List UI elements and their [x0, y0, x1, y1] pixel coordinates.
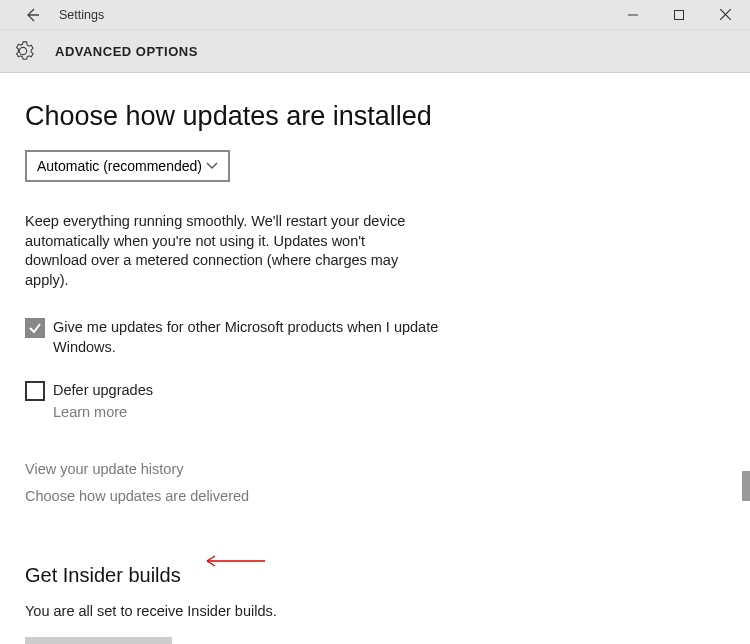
close-icon [720, 9, 731, 20]
delivery-link[interactable]: Choose how updates are delivered [25, 488, 750, 504]
learn-more-link[interactable]: Learn more [53, 404, 153, 420]
defer-upgrades-row: Defer upgrades Learn more [25, 381, 445, 431]
main-heading: Choose how updates are installed [25, 101, 750, 132]
chevron-down-icon [206, 162, 218, 170]
update-mode-dropdown[interactable]: Automatic (recommended) [25, 150, 230, 182]
titlebar: Settings [0, 0, 750, 30]
maximize-button[interactable] [656, 1, 702, 29]
insider-heading: Get Insider builds [25, 564, 750, 587]
page-header: ADVANCED OPTIONS [0, 30, 750, 73]
update-history-link[interactable]: View your update history [25, 461, 750, 477]
ms-products-checkbox[interactable] [25, 318, 45, 338]
ms-products-row: Give me updates for other Microsoft prod… [25, 318, 445, 357]
dropdown-value: Automatic (recommended) [37, 158, 202, 174]
scrollbar-thumb[interactable] [742, 471, 750, 501]
window-title: Settings [59, 8, 610, 22]
insider-status: You are all set to receive Insider build… [25, 603, 750, 619]
defer-upgrades-label: Defer upgrades [53, 381, 153, 401]
svg-rect-0 [675, 10, 684, 19]
window-controls [610, 1, 748, 29]
ms-products-label: Give me updates for other Microsoft prod… [53, 318, 445, 357]
maximize-icon [674, 10, 684, 20]
minimize-button[interactable] [610, 1, 656, 29]
content-area: Choose how updates are installed Automat… [0, 73, 750, 644]
checkmark-icon [28, 321, 42, 335]
back-icon [24, 7, 40, 23]
defer-upgrades-checkbox[interactable] [25, 381, 45, 401]
close-button[interactable] [702, 1, 748, 29]
back-button[interactable] [18, 1, 46, 29]
page-title: ADVANCED OPTIONS [55, 44, 198, 59]
gear-icon [12, 40, 34, 62]
update-description: Keep everything running smoothly. We'll … [25, 212, 420, 290]
stop-insider-button[interactable]: Stop Insider builds [25, 637, 172, 644]
minimize-icon [628, 10, 638, 20]
